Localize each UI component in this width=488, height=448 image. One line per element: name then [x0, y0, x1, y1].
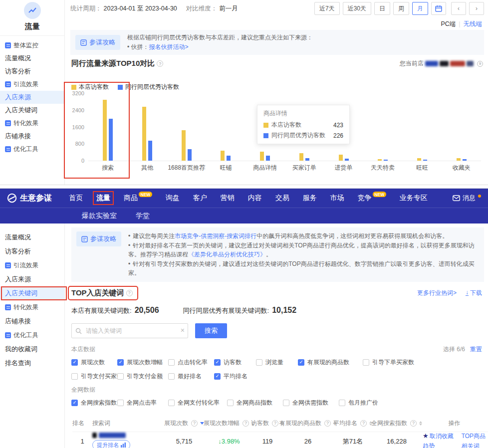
bar-own-shop[interactable] [417, 158, 421, 161]
signup-activity-link[interactable]: 报名伙拼活动> [149, 43, 189, 50]
bar-own-shop[interactable] [457, 158, 461, 161]
bar-peer[interactable] [463, 159, 467, 161]
filter-checkbox-访客数[interactable]: 访客数 [214, 358, 256, 367]
nav-item-首页[interactable]: 首页 [69, 194, 83, 203]
sidebar-item-店铺承接[interactable]: 店铺承接 [0, 314, 64, 328]
sidebar-item-引流效果[interactable]: 引流效果 [0, 258, 64, 272]
filter-checkbox-全网点击率[interactable]: 全网点击率 [117, 399, 168, 407]
checkbox-unchecked[interactable] [363, 359, 369, 366]
range-button-近30天[interactable]: 近30天 [343, 2, 371, 15]
more-hot-words-link[interactable]: 更多行业热词> [417, 289, 457, 297]
bullet-link[interactable]: 市场竞争-供需洞察-搜索词排行 [175, 232, 256, 239]
top-products-link[interactable]: TOP商品 [462, 432, 486, 441]
terminal-pc[interactable]: PC端 [441, 20, 456, 27]
filter-checkbox-引导下单买家数[interactable]: 引导下单买家数 [363, 358, 428, 367]
range-button-周[interactable]: 周 [393, 2, 409, 15]
checkbox-unchecked[interactable] [168, 373, 175, 380]
filter-checkbox-全网商品指数[interactable]: 全网商品指数 [227, 399, 283, 407]
sidebar-item-入店关键词[interactable]: 入店关键词 [0, 104, 64, 117]
bar-peer[interactable] [384, 160, 388, 161]
help-icon[interactable] [360, 420, 367, 427]
sidebar-item-流量概况[interactable]: 流量概况 [0, 52, 64, 65]
checkbox-unchecked[interactable] [227, 400, 234, 406]
checkbox-unchecked[interactable] [283, 400, 289, 406]
sidebar-item-访客分析[interactable]: 访客分析 [0, 65, 64, 78]
bar-peer[interactable] [345, 159, 349, 161]
sidebar-item-我的收藏词[interactable]: 我的收藏词 [0, 342, 64, 356]
filter-checkbox-平均排名[interactable]: 平均排名 [214, 372, 256, 381]
filter-checkbox-有展现的商品数[interactable]: 有展现的商品数 [298, 358, 363, 367]
nav-item-竞争[interactable]: 竞争NEW [358, 194, 386, 203]
checkbox-unchecked[interactable] [256, 359, 262, 366]
subnav-item-学堂[interactable]: 学堂 [136, 212, 150, 221]
calendar-button[interactable] [431, 2, 446, 15]
range-button-日[interactable]: 日 [374, 2, 390, 15]
help-icon[interactable] [410, 420, 417, 427]
checkbox-unchecked[interactable] [168, 359, 175, 366]
bar-peer[interactable] [423, 160, 427, 161]
checkbox-checked[interactable] [214, 373, 221, 380]
related-words-link[interactable]: 相关词 [462, 442, 486, 448]
sidebar-item-店铺承接[interactable]: 店铺承接 [0, 130, 64, 143]
nav-item-业务专区[interactable]: 业务专区 [400, 194, 428, 203]
bar-own-shop[interactable] [103, 100, 107, 161]
filter-checkbox-包月推广价[interactable]: 包月推广价 [339, 399, 389, 407]
bar-own-shop[interactable] [299, 153, 303, 161]
nav-item-商品[interactable]: 商品NEW [124, 194, 152, 203]
download-link[interactable]: ↓ 下载 [466, 289, 482, 297]
bar-peer[interactable] [188, 149, 192, 161]
sidebar-item-流量概况[interactable]: 流量概况 [0, 230, 64, 244]
nav-item-内容[interactable]: 内容 [248, 194, 262, 203]
sidebar-item-优化工具[interactable]: 优化工具 [0, 143, 64, 156]
trend-link[interactable]: 趋势 [423, 442, 454, 448]
bar-peer[interactable] [266, 156, 270, 161]
prev-page-button[interactable]: ‹ [451, 2, 466, 15]
reset-link[interactable]: 重置 [470, 345, 482, 354]
filter-checkbox-全网搜索指数[interactable]: 全网搜索指数 [71, 399, 117, 407]
sidebar-item-入店关键词[interactable]: 入店关键词 [0, 286, 64, 300]
keywords-help-icon[interactable] [126, 290, 133, 296]
sidebar-item-引流效果[interactable]: 引流效果 [0, 78, 64, 91]
bar-peer[interactable] [305, 158, 309, 161]
search-button[interactable]: 搜索 [195, 323, 227, 338]
bar-own-shop[interactable] [339, 155, 343, 161]
filter-checkbox-最好排名[interactable]: 最好排名 [168, 372, 214, 381]
next-page-button[interactable]: › [469, 2, 484, 15]
boost-rank-badge[interactable]: 提升排名 [92, 440, 130, 448]
legend-item[interactable]: 同行同层优秀访客数 [118, 83, 179, 91]
bullet-link[interactable]: 《差异化单品分析优化技巧》 [188, 251, 266, 258]
nav-item-客户[interactable]: 客户 [193, 194, 207, 203]
filter-checkbox-全网供需指数[interactable]: 全网供需指数 [283, 399, 339, 407]
help-icon[interactable] [243, 420, 249, 427]
nav-item-交易[interactable]: 交易 [275, 194, 289, 203]
bar-peer[interactable] [109, 119, 113, 161]
checkbox-checked[interactable] [117, 359, 124, 366]
filter-checkbox-全网支付转化率[interactable]: 全网支付转化率 [168, 399, 227, 407]
chart-help-icon[interactable] [157, 60, 163, 67]
bar-peer[interactable] [227, 156, 231, 161]
subnav-item-爆款实验室[interactable]: 爆款实验室 [82, 212, 117, 221]
help-icon[interactable] [324, 420, 331, 427]
filter-checkbox-点击转化率[interactable]: 点击转化率 [168, 358, 214, 367]
sidebar-item-优化工具[interactable]: 优化工具 [0, 328, 64, 342]
checkbox-unchecked[interactable] [117, 400, 124, 406]
filter-checkbox-展现次数[interactable]: 展现次数 [71, 358, 117, 367]
filter-checkbox-展现次数增幅[interactable]: 展现次数增幅 [117, 358, 168, 367]
checkbox-unchecked[interactable] [117, 373, 124, 380]
terminal-wireless[interactable]: 无线端 [464, 20, 483, 27]
keyword-search-input[interactable] [71, 323, 188, 338]
filter-checkbox-浏览量[interactable]: 浏览量 [256, 358, 298, 367]
range-button-月[interactable]: 月 [412, 2, 428, 15]
messages[interactable]: 消息 [453, 194, 481, 203]
filter-checkbox-引导支付金额[interactable]: 引导支付金额 [117, 372, 168, 381]
nav-item-市场[interactable]: 市场 [330, 194, 344, 203]
nav-item-服务[interactable]: 服务 [303, 194, 317, 203]
checkbox-checked[interactable] [71, 359, 78, 366]
help-icon[interactable] [272, 420, 278, 427]
bar-peer[interactable] [148, 141, 152, 161]
sidebar-item-转化效果[interactable]: 转化效果 [0, 117, 64, 130]
range-button-近7天[interactable]: 近7天 [314, 2, 340, 15]
clear-icon[interactable]: × [181, 326, 185, 334]
checkbox-checked[interactable] [71, 400, 78, 406]
sidebar-item-整体监控[interactable]: 整体监控 [0, 39, 64, 52]
